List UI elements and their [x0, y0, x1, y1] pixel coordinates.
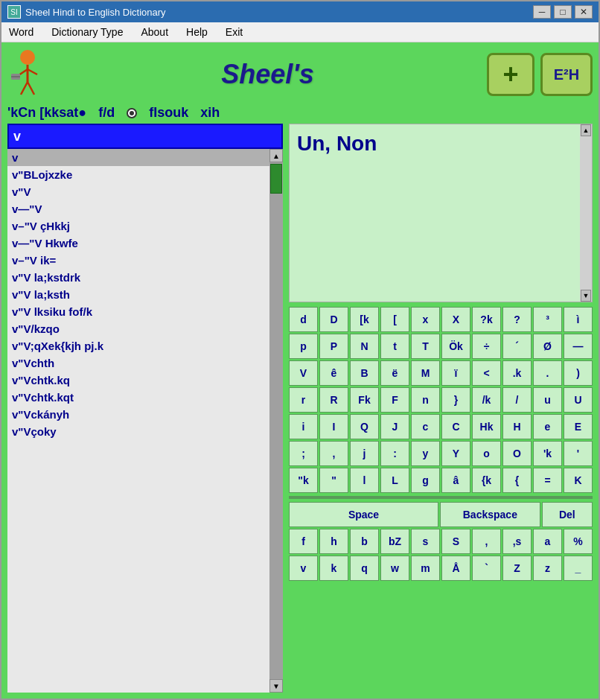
- key-del[interactable]: Del: [542, 502, 593, 527]
- key-semicol[interactable]: ;: [289, 441, 318, 466]
- key-dquote[interactable]: ": [319, 468, 348, 493]
- key-dash-em[interactable]: —: [564, 334, 593, 359]
- key-percent[interactable]: %: [564, 529, 593, 554]
- key-v[interactable]: v: [289, 556, 318, 581]
- key-underscore[interactable]: _: [564, 556, 593, 581]
- minimize-button[interactable]: ─: [533, 5, 551, 19]
- def-scroll-down[interactable]: ▼: [581, 290, 591, 302]
- menu-exit[interactable]: Exit: [223, 25, 246, 39]
- key-g[interactable]: g: [411, 468, 440, 493]
- key-X[interactable]: X: [441, 307, 470, 332]
- key-c[interactable]: c: [411, 414, 440, 439]
- key-A-ring[interactable]: Å: [441, 556, 470, 581]
- key-L[interactable]: L: [380, 468, 409, 493]
- key-acute[interactable]: ´: [502, 334, 532, 359]
- key-M[interactable]: M: [411, 360, 440, 386]
- search-input[interactable]: [7, 124, 283, 149]
- key-z[interactable]: z: [533, 556, 562, 581]
- key-quote-k[interactable]: 'k: [533, 441, 562, 466]
- def-scroll-up[interactable]: ▲: [581, 124, 591, 136]
- word-list-item[interactable]: v"Vchtk.kqt: [7, 389, 283, 406]
- plus-button[interactable]: +: [487, 53, 534, 96]
- key-N[interactable]: N: [350, 334, 379, 359]
- key-bz[interactable]: bZ: [380, 529, 409, 554]
- key-ok[interactable]: Ök: [441, 334, 470, 359]
- key-slash-o[interactable]: Ø: [533, 334, 562, 359]
- key-Y[interactable]: Y: [441, 441, 470, 466]
- key-h[interactable]: h: [319, 529, 348, 554]
- word-list-item[interactable]: v: [7, 149, 283, 166]
- word-list-item[interactable]: v"Vchtk.kq: [7, 372, 283, 389]
- key-O[interactable]: O: [502, 441, 532, 466]
- key-i-dot[interactable]: ì: [564, 307, 593, 332]
- key-q[interactable]: ?: [502, 307, 532, 332]
- key-comma[interactable]: ,: [319, 441, 348, 466]
- key-E[interactable]: E: [564, 414, 593, 439]
- word-list-item[interactable]: v–"V çHkkj: [7, 217, 283, 235]
- word-list-item[interactable]: v–"V ik=: [7, 252, 283, 269]
- e2h-button[interactable]: E²H: [540, 53, 593, 96]
- menu-about[interactable]: About: [138, 25, 171, 39]
- key-eq[interactable]: =: [533, 468, 562, 493]
- key-k[interactable]: k: [319, 556, 348, 581]
- key-Q[interactable]: Q: [350, 414, 379, 439]
- key-V[interactable]: V: [289, 360, 318, 386]
- key-backtick[interactable]: `: [472, 556, 501, 581]
- word-list[interactable]: vv"BLojxzkev"Vv—"Vv–"V çHkkjv—"V Hkwfev–…: [7, 149, 283, 693]
- key-t[interactable]: t: [380, 334, 409, 359]
- menu-word[interactable]: Word: [6, 25, 36, 39]
- key-q2[interactable]: q: [350, 556, 379, 581]
- key-o[interactable]: o: [472, 441, 501, 466]
- word-list-item[interactable]: v"Vçoky: [7, 423, 283, 440]
- word-list-item[interactable]: v"V: [7, 183, 283, 200]
- key-K[interactable]: K: [564, 468, 593, 493]
- menu-help[interactable]: Help: [183, 25, 211, 39]
- word-list-item[interactable]: v"V la;ksth: [7, 286, 283, 303]
- radio-group[interactable]: [127, 108, 137, 118]
- scroll-up-arrow[interactable]: ▲: [269, 149, 283, 162]
- key-y[interactable]: y: [411, 441, 440, 466]
- key-n[interactable]: n: [411, 387, 440, 413]
- scroll-down-arrow[interactable]: ▼: [269, 679, 283, 693]
- key-e[interactable]: e: [533, 414, 562, 439]
- key-u[interactable]: u: [533, 387, 562, 413]
- key-kk[interactable]: [k: [350, 307, 379, 332]
- key-J[interactable]: J: [380, 414, 409, 439]
- word-list-item[interactable]: v"BLojxzke: [7, 166, 283, 183]
- key-period[interactable]: .: [533, 360, 562, 386]
- key-s[interactable]: s: [411, 529, 440, 554]
- key-comma2[interactable]: ,: [472, 529, 501, 554]
- key-a-circ[interactable]: â: [441, 468, 470, 493]
- key-lcurly-k[interactable]: {k: [472, 468, 501, 493]
- key-rcurly[interactable]: }: [441, 387, 470, 413]
- key-quote[interactable]: ': [564, 441, 593, 466]
- key-T[interactable]: T: [411, 334, 440, 359]
- key-R[interactable]: R: [319, 387, 348, 413]
- key-U[interactable]: U: [564, 387, 593, 413]
- key-I[interactable]: I: [319, 414, 348, 439]
- word-list-item[interactable]: v"V;qXek{kjh pj.k: [7, 337, 283, 354]
- close-button[interactable]: ✕: [575, 5, 593, 19]
- key-r[interactable]: r: [289, 387, 318, 413]
- key-D[interactable]: D: [319, 307, 348, 332]
- word-list-item[interactable]: v"V la;kstdrk: [7, 269, 283, 286]
- key-e-circ[interactable]: ê: [319, 360, 348, 386]
- key-l[interactable]: l: [350, 468, 379, 493]
- key-rparen[interactable]: ): [564, 360, 593, 386]
- radio-button[interactable]: [127, 108, 137, 118]
- key-F[interactable]: F: [380, 387, 409, 413]
- key-H[interactable]: H: [502, 414, 532, 439]
- key-bracket[interactable]: [: [380, 307, 409, 332]
- word-list-item[interactable]: v—"V Hkwfe: [7, 235, 283, 252]
- key-space[interactable]: Space: [289, 502, 438, 527]
- key-e-diaer[interactable]: ë: [380, 360, 409, 386]
- key-j[interactable]: j: [350, 441, 379, 466]
- key-p[interactable]: p: [289, 334, 318, 359]
- key-Fk[interactable]: Fk: [350, 387, 379, 413]
- key-w[interactable]: w: [380, 556, 409, 581]
- key-slash[interactable]: /: [502, 387, 532, 413]
- key-f[interactable]: f: [289, 529, 318, 554]
- key-P[interactable]: P: [319, 334, 348, 359]
- key-super3[interactable]: ³: [533, 307, 562, 332]
- word-list-item[interactable]: v—"V: [7, 200, 283, 217]
